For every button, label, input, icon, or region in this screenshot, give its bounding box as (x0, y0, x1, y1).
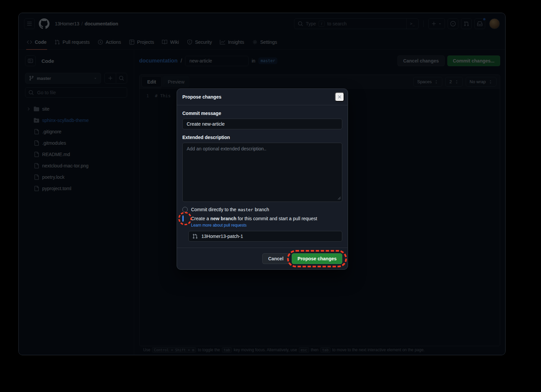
file-actions: Cancel changes Commit changes... (397, 55, 500, 66)
learn-more-link[interactable]: Learn more about pull requests (191, 223, 247, 228)
tree-item-file[interactable]: pyproject.toml (25, 183, 127, 194)
tab-actions[interactable]: Actions (95, 34, 124, 49)
search-tree-button[interactable] (116, 73, 127, 83)
kbd-chip: tab (320, 347, 331, 353)
tree-item-folder[interactable]: site (25, 103, 127, 115)
go-to-file-field (25, 87, 127, 98)
branch-selector[interactable]: master (25, 73, 101, 84)
hamburger-menu-button[interactable] (24, 18, 35, 29)
sidebar-title: Code (41, 58, 54, 64)
inbox-icon (477, 21, 482, 26)
indent-size-select[interactable]: 2 (445, 77, 462, 87)
sidebar-panel-icon (28, 58, 33, 63)
submodule-icon (34, 118, 39, 123)
radio-create-branch[interactable]: Create anew branchfor this commit and st… (182, 216, 342, 221)
wrap-mode-select[interactable]: No wrap (466, 77, 497, 87)
play-icon (98, 39, 103, 45)
file-icon (34, 163, 39, 168)
cancel-changes-button[interactable]: Cancel changes (397, 55, 445, 66)
editor-controls: Spaces 2 No wrap (413, 77, 497, 87)
tab-insights[interactable]: Insights (217, 34, 247, 49)
tab-preview[interactable]: Preview (162, 76, 190, 87)
gear-icon (252, 39, 258, 45)
branch-name-inline: master (238, 207, 253, 212)
tab-security[interactable]: Security (184, 34, 215, 49)
propose-changes-button[interactable]: Propose changes (292, 253, 342, 264)
kbd-chip: Control + Shift + m (152, 347, 196, 353)
breadcrumb-repo[interactable]: documentation (85, 21, 118, 26)
resize-grip-icon[interactable] (338, 197, 341, 200)
indent-mode-select[interactable]: Spaces (413, 77, 442, 87)
radio-unselected-icon[interactable] (182, 207, 188, 212)
code-icon (27, 39, 32, 45)
propose-changes-dialog: Propose changes Commit message Extended … (177, 89, 348, 270)
tree-item-file[interactable]: .gitmodules (25, 137, 127, 149)
tab-settings[interactable]: Settings (250, 34, 280, 49)
git-pull-request-icon (192, 234, 198, 239)
file-icon (34, 140, 39, 146)
close-dialog-button[interactable] (335, 92, 344, 102)
close-icon (337, 94, 342, 100)
breadcrumb-owner[interactable]: 13Homer13 (55, 21, 79, 26)
branch-row: master (25, 73, 127, 84)
search-icon (119, 76, 124, 81)
branch-badge: master (258, 57, 277, 64)
search-placeholder-pre: Type (306, 21, 316, 26)
triangle-down-icon (93, 76, 97, 80)
git-pull-request-icon (464, 21, 469, 26)
tree-item-file[interactable]: .gitignore (25, 126, 127, 137)
go-to-file-input[interactable] (36, 90, 124, 96)
tab-edit[interactable]: Edit (142, 76, 162, 87)
radio-commit-direct[interactable]: Commit directly to themasterbranch (182, 207, 342, 212)
tab-wiki[interactable]: Wiki (159, 34, 181, 49)
tree-item-file[interactable]: nextcloud-mac-tor.png (25, 160, 127, 171)
learn-more-row: Learn more about pull requests (191, 222, 342, 228)
create-new-button[interactable] (428, 18, 445, 29)
dialog-header: Propose changes (177, 89, 348, 105)
search-placeholder-post: to search (327, 21, 347, 26)
git-pull-request-icon (55, 39, 60, 45)
extended-description-label: Extended description (182, 135, 342, 140)
tab-pull-requests[interactable]: Pull requests (52, 34, 92, 49)
annotation-dashed-circle (178, 212, 192, 225)
git-branch-icon (29, 76, 34, 81)
extended-description-textarea[interactable] (182, 143, 342, 202)
tab-projects[interactable]: Projects (126, 34, 157, 49)
up-down-icon (455, 80, 459, 84)
breadcrumb: 13Homer13/documentation (55, 21, 118, 26)
dialog-title: Propose changes (182, 94, 221, 100)
sidebar-header: Code (25, 55, 127, 66)
accessibility-hint: Use Control + Shift + m to toggle the ta… (143, 347, 425, 353)
radio-create-branch-label: Create anew branchfor this commit and st… (191, 216, 317, 221)
repo-link[interactable]: documentation (139, 58, 178, 64)
collapse-sidebar-button[interactable] (25, 55, 36, 66)
chevron-right-icon[interactable] (26, 107, 31, 111)
file-icon (34, 129, 39, 134)
search-input[interactable]: Type / to search >_ (294, 18, 419, 29)
new-branch-name-input[interactable] (201, 233, 338, 239)
tab-code[interactable]: Code (24, 34, 49, 49)
global-header: 13Homer13/documentation Type / to search… (19, 13, 505, 34)
filename-input[interactable] (185, 56, 249, 66)
github-logo[interactable] (39, 18, 50, 29)
radio-commit-direct-label: Commit directly to themasterbranch (191, 207, 269, 212)
commit-message-input[interactable] (182, 119, 342, 129)
issues-button[interactable] (448, 18, 458, 29)
dialog-footer: Cancel Propose changes (177, 248, 348, 269)
user-avatar[interactable] (489, 18, 500, 29)
folder-icon (34, 106, 39, 112)
add-file-button[interactable] (105, 73, 116, 83)
file-icon (34, 152, 39, 157)
radio-selected-icon[interactable] (182, 215, 184, 222)
file-icon (34, 174, 39, 180)
tree-actions (104, 73, 127, 84)
tree-item-file[interactable]: poetry.lock (25, 171, 127, 183)
pull-requests-button[interactable] (461, 18, 472, 29)
commit-changes-button[interactable]: Commit changes... (447, 55, 500, 66)
issue-opened-icon (450, 21, 456, 26)
tree-item-submodule[interactable]: sphinx-scylladb-theme (25, 115, 127, 126)
file-icon (34, 186, 39, 191)
cancel-button[interactable]: Cancel (262, 253, 289, 264)
tree-item-file[interactable]: README.md (25, 149, 127, 160)
command-palette-icon[interactable]: >_ (407, 19, 418, 29)
